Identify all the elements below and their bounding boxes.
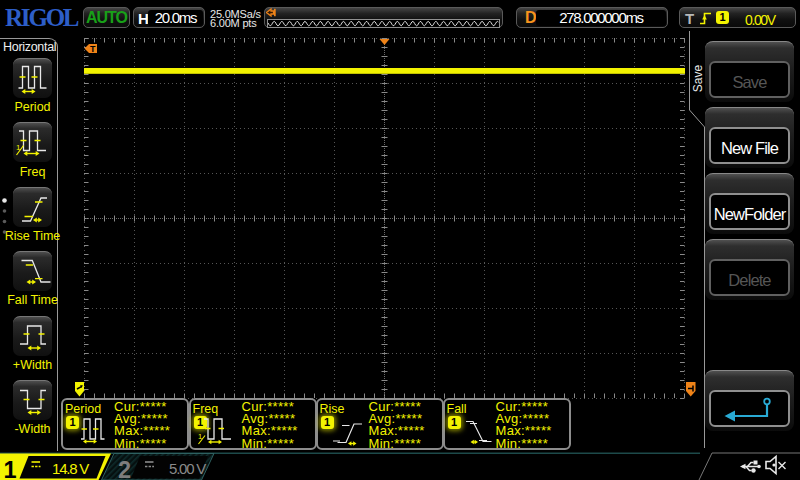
svg-text:2: 2 [118,457,131,480]
svg-text:14.8 V: 14.8 V [52,460,89,477]
svg-text:T: T [90,44,96,54]
svg-text:5.00 V: 5.00 V [169,460,206,477]
svg-text:1: 1 [4,457,17,480]
